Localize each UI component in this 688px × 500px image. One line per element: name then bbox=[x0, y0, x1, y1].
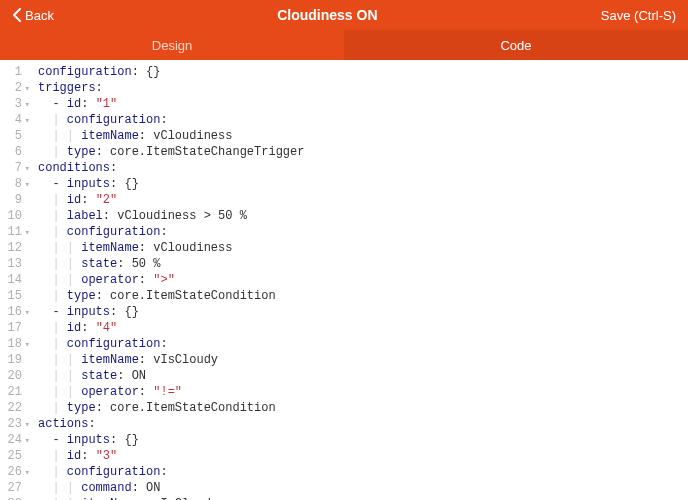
tab-bar: Design Code bbox=[0, 30, 688, 60]
gutter-line: 13 bbox=[0, 256, 30, 272]
gutter-line: 27 bbox=[0, 480, 30, 496]
code-editor[interactable]: 12▾3▾4▾567▾8▾91011▾1213141516▾1718▾19202… bbox=[0, 60, 688, 500]
code-line[interactable]: | | itemName: vIsCloudy bbox=[38, 352, 688, 368]
gutter-line: 14 bbox=[0, 272, 30, 288]
gutter-line: 15 bbox=[0, 288, 30, 304]
code-line[interactable]: - inputs: {} bbox=[38, 432, 688, 448]
chevron-left-icon bbox=[12, 8, 21, 22]
gutter-line: 23▾ bbox=[0, 416, 30, 432]
fold-marker-icon[interactable]: ▾ bbox=[24, 113, 30, 129]
fold-marker-icon[interactable]: ▾ bbox=[24, 81, 30, 97]
code-line[interactable]: | | operator: ">" bbox=[38, 272, 688, 288]
gutter-line: 1 bbox=[0, 64, 30, 80]
code-line[interactable]: triggers: bbox=[38, 80, 688, 96]
code-line[interactable]: | id: "3" bbox=[38, 448, 688, 464]
gutter-line: 20 bbox=[0, 368, 30, 384]
gutter-line: 25 bbox=[0, 448, 30, 464]
gutter-line: 24▾ bbox=[0, 432, 30, 448]
gutter-line: 11▾ bbox=[0, 224, 30, 240]
code-line[interactable]: | | state: 50 % bbox=[38, 256, 688, 272]
code-line[interactable]: | configuration: bbox=[38, 336, 688, 352]
code-line[interactable]: | configuration: bbox=[38, 464, 688, 480]
code-line[interactable]: | | itemName: vCloudiness bbox=[38, 128, 688, 144]
code-line[interactable]: actions: bbox=[38, 416, 688, 432]
gutter-line: 9 bbox=[0, 192, 30, 208]
gutter-line: 8▾ bbox=[0, 176, 30, 192]
gutter-line: 19 bbox=[0, 352, 30, 368]
editor-gutter: 12▾3▾4▾567▾8▾91011▾1213141516▾1718▾19202… bbox=[0, 60, 38, 500]
gutter-line: 6 bbox=[0, 144, 30, 160]
code-line[interactable]: | | operator: "!=" bbox=[38, 384, 688, 400]
gutter-line: 21 bbox=[0, 384, 30, 400]
code-line[interactable]: | | itemName: vCloudiness bbox=[38, 240, 688, 256]
gutter-line: 4▾ bbox=[0, 112, 30, 128]
fold-marker-icon[interactable]: ▾ bbox=[24, 417, 30, 433]
save-button[interactable]: Save (Ctrl-S) bbox=[601, 8, 676, 23]
fold-marker-icon[interactable]: ▾ bbox=[24, 177, 30, 193]
code-line[interactable]: | configuration: bbox=[38, 224, 688, 240]
page-title: Cloudiness ON bbox=[277, 7, 377, 23]
code-line[interactable]: | | itemName: vIsCloudy bbox=[38, 496, 688, 500]
gutter-line: 18▾ bbox=[0, 336, 30, 352]
code-line[interactable]: | type: core.ItemStateCondition bbox=[38, 288, 688, 304]
code-line[interactable]: conditions: bbox=[38, 160, 688, 176]
gutter-line: 3▾ bbox=[0, 96, 30, 112]
code-line[interactable]: | configuration: bbox=[38, 112, 688, 128]
fold-marker-icon[interactable]: ▾ bbox=[24, 161, 30, 177]
gutter-line: 26▾ bbox=[0, 464, 30, 480]
gutter-line: 2▾ bbox=[0, 80, 30, 96]
code-line[interactable]: | id: "2" bbox=[38, 192, 688, 208]
editor-content[interactable]: configuration: {}triggers: - id: "1" | c… bbox=[38, 60, 688, 500]
code-line[interactable]: | type: core.ItemStateCondition bbox=[38, 400, 688, 416]
fold-marker-icon[interactable]: ▾ bbox=[24, 97, 30, 113]
code-line[interactable]: configuration: {} bbox=[38, 64, 688, 80]
code-line[interactable]: | id: "4" bbox=[38, 320, 688, 336]
gutter-line: 28 bbox=[0, 496, 30, 500]
tab-code[interactable]: Code bbox=[344, 30, 688, 60]
gutter-line: 7▾ bbox=[0, 160, 30, 176]
gutter-line: 5 bbox=[0, 128, 30, 144]
gutter-line: 16▾ bbox=[0, 304, 30, 320]
code-line[interactable]: | | command: ON bbox=[38, 480, 688, 496]
tab-design[interactable]: Design bbox=[0, 30, 344, 60]
code-line[interactable]: | label: vCloudiness > 50 % bbox=[38, 208, 688, 224]
code-line[interactable]: | type: core.ItemStateChangeTrigger bbox=[38, 144, 688, 160]
code-line[interactable]: - id: "1" bbox=[38, 96, 688, 112]
code-line[interactable]: - inputs: {} bbox=[38, 176, 688, 192]
fold-marker-icon[interactable]: ▾ bbox=[24, 433, 30, 449]
back-label: Back bbox=[25, 8, 54, 23]
gutter-line: 17 bbox=[0, 320, 30, 336]
gutter-line: 10 bbox=[0, 208, 30, 224]
code-line[interactable]: - inputs: {} bbox=[38, 304, 688, 320]
fold-marker-icon[interactable]: ▾ bbox=[24, 225, 30, 241]
gutter-line: 12 bbox=[0, 240, 30, 256]
code-line[interactable]: | | state: ON bbox=[38, 368, 688, 384]
app-header: Back Cloudiness ON Save (Ctrl-S) bbox=[0, 0, 688, 30]
fold-marker-icon[interactable]: ▾ bbox=[24, 465, 30, 481]
fold-marker-icon[interactable]: ▾ bbox=[24, 337, 30, 353]
back-button[interactable]: Back bbox=[12, 8, 54, 23]
fold-marker-icon[interactable]: ▾ bbox=[24, 305, 30, 321]
gutter-line: 22 bbox=[0, 400, 30, 416]
